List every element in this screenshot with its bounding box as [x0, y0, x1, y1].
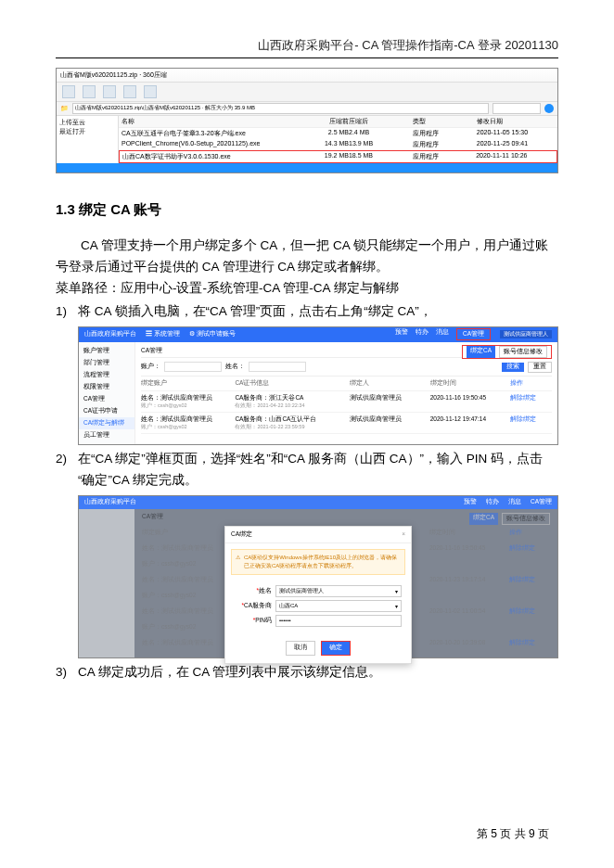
sidebar-item[interactable]: 部门管理	[79, 357, 134, 369]
path-field[interactable]: 山西省M版v620201125.zip\山西省M版v620201125 · 解压…	[72, 103, 489, 114]
step-text: 在“CA 绑定”弹框页面，选择“姓名”和“CA 服务商（山西 CA）”，输入 P…	[78, 449, 558, 491]
file-name: CA互联互通平台电子签章3.3-20客户端.exe	[122, 129, 292, 138]
cell: 2020-11-16 19:50:45	[430, 394, 506, 409]
file-type: 应用程序	[413, 140, 477, 149]
file-date: 2020-11-11 10:26	[476, 152, 554, 161]
file-size: 2.5 MB	[292, 129, 349, 138]
warning-text: CA驱动仅支持Windows操作系统IE10及以上的浏览器，请确保已正确安装CA…	[244, 554, 401, 570]
nav-link[interactable]: 预警	[395, 328, 408, 340]
top-menu[interactable]: ☰ 系统管理	[146, 330, 180, 338]
cell-sub: 有效期：2021-01-22 23:59:59	[235, 424, 346, 430]
step-text: 将 CA 锁插入电脑，在“CA 管理”页面，点击右上角“绑定 CA”，	[78, 301, 558, 323]
table-row: 姓名：测试供应商管理员账户：cssh@gys02 CA服务商：山西CA互认平台有…	[141, 413, 552, 434]
sidebar-recent[interactable]: 最近打开	[59, 127, 115, 136]
status-bar	[57, 163, 557, 172]
pin-input[interactable]: ••••••	[275, 615, 402, 627]
cloud-upload-icon[interactable]	[544, 104, 554, 113]
screenshot-file-explorer: 山西省M版v620201125.zip · 360压缩 📁 山西省M版v6202…	[56, 68, 558, 173]
file-row[interactable]: POPClient_Chrome(V6.0-Setup_20201125).ex…	[119, 139, 557, 150]
nav-link[interactable]: 特办	[416, 328, 429, 340]
nav-link-ca[interactable]: CA管理	[456, 328, 491, 340]
warning-banner: ⚠ CA驱动仅支持Windows操作系统IE10及以上的浏览器，请确保已正确安装…	[231, 549, 405, 575]
cell: CA服务商：浙江天谷CA	[235, 394, 346, 402]
field-label: PIN码	[255, 617, 272, 623]
filter-bar: 账户： 姓名： 搜索 重置	[141, 359, 552, 377]
bind-ca-button[interactable]: 绑定CA	[467, 346, 495, 358]
app-topbar: 山西政府采购平台 预警 特办 消息 CA管理	[79, 496, 557, 509]
brand: 山西政府采购平台	[84, 498, 136, 506]
file-size2: 2.4 MB	[349, 129, 413, 138]
sidebar-item-active[interactable]: CA绑定与解绑	[79, 417, 134, 429]
cancel-button[interactable]: 取消	[286, 641, 315, 656]
sidebar-upload[interactable]: 上传至云	[59, 118, 115, 127]
bind-ca-button: 绑定CA	[469, 513, 498, 525]
doc-header: 山西政府采购平台- CA 管理操作指南-CA 登录 20201130	[56, 37, 558, 58]
toolbar-icon	[103, 85, 116, 98]
folder-icon: 📁	[60, 105, 69, 112]
toolbar-icon	[144, 85, 157, 98]
ca-bind-modal: CA绑定 × ⚠ CA驱动仅支持Windows操作系统IE10及以上的浏览器，请…	[224, 526, 412, 664]
nav-link[interactable]: 消息	[508, 498, 521, 506]
file-size2: 13.9 MB	[349, 140, 413, 149]
unbind-link[interactable]: 解除绑定	[510, 415, 552, 430]
page-number: 第 5 页 共 9 页	[477, 826, 549, 842]
sidebar-item[interactable]: CA管理	[79, 393, 134, 405]
file-type: 应用程序	[413, 129, 477, 138]
account-edit-button[interactable]: 账号信息修改	[499, 346, 547, 358]
search-field[interactable]	[492, 103, 541, 114]
section-heading: 1.3 绑定 CA 账号	[56, 201, 558, 219]
cell: 姓名：测试供应商管理员	[141, 394, 231, 402]
file-row[interactable]: CA互联互通平台电子签章3.3-20客户端.exe 2.5 MB 2.4 MB …	[119, 128, 557, 139]
window-title: 山西省M版v620201125.zip · 360压缩	[57, 69, 557, 83]
file-type: 应用程序	[413, 152, 477, 161]
file-size: 14.3 MB	[292, 140, 349, 149]
close-icon[interactable]: ×	[402, 530, 405, 539]
name-select[interactable]: 测试供应商管理人▾	[275, 585, 402, 597]
cell-sub: 账户：cssh@gys02	[141, 424, 231, 430]
nav-link[interactable]: CA管理	[531, 498, 552, 506]
sidebar-item[interactable]: 账户管理	[79, 345, 134, 357]
step-number: 1)	[56, 301, 78, 323]
account-edit-button: 账号信息修改	[502, 513, 550, 525]
sidebar-item[interactable]: CA证书申请	[79, 405, 134, 417]
paragraph: CA 管理支持一个用户绑定多个 CA，但一把 CA 锁只能绑定一个用户，用户通过…	[56, 236, 558, 278]
name-input[interactable]	[249, 362, 306, 372]
file-row-highlighted[interactable]: 山西CA数字证书助手V3.0.6.1530.exe 19.2 MB 18.5 M…	[119, 150, 557, 163]
nav-link[interactable]: 消息	[436, 328, 449, 340]
file-size2: 18.5 MB	[349, 152, 413, 161]
col-type: 类型	[413, 117, 477, 126]
search-button[interactable]: 搜索	[502, 363, 524, 372]
table-header: 名称 压缩前 压缩后 类型 修改日期	[119, 116, 557, 128]
cell-sub: 有效期：2021-04-22 10:22:34	[235, 402, 346, 409]
th: 绑定时间	[430, 379, 506, 388]
sidebar-item[interactable]: 员工管理	[79, 429, 134, 441]
sidebar-item[interactable]: 权限管理	[79, 381, 134, 393]
th: CA证书信息	[235, 379, 346, 388]
warning-icon: ⚠	[236, 554, 240, 570]
provider-select[interactable]: 山西CA▾	[275, 600, 402, 612]
screenshot-ca-manage: 山西政府采购平台 ☰ 系统管理 ⚙ 测试申请账号 预警 特办 消息 CA管理 测…	[78, 326, 558, 445]
unbind-link[interactable]: 解除绑定	[510, 394, 552, 409]
file-date: 2020-11-25 09:41	[477, 140, 555, 149]
account-input[interactable]	[164, 362, 222, 372]
paragraph: 菜单路径：应用中心-设置-系统管理-CA 管理-CA 绑定与解绑	[56, 278, 558, 300]
th: 操作	[510, 379, 552, 388]
th: 绑定账户	[141, 379, 231, 388]
toolbar-icon	[62, 85, 75, 98]
toolbar-icon	[83, 85, 96, 98]
confirm-button[interactable]: 确定	[321, 641, 351, 656]
reset-button[interactable]: 重置	[528, 362, 552, 373]
nav-link[interactable]: 特办	[486, 498, 499, 506]
screenshot-ca-bind-modal: 山西政府采购平台 预警 特办 消息 CA管理 CA管理 绑定CA 账号信息修改 …	[78, 495, 558, 658]
field-label: CA服务商	[244, 602, 272, 608]
nav-link[interactable]: 预警	[464, 498, 477, 506]
table-header: 绑定账户 CA证书信息 绑定人 绑定时间 操作	[141, 377, 552, 391]
user-badge[interactable]: 测试供应商管理人	[500, 330, 552, 338]
modal-form: *姓名 测试供应商管理人▾ *CA服务商 山西CA▾ *PIN码 ••••••	[225, 581, 411, 635]
cell: CA服务商：山西CA互认平台	[235, 415, 346, 424]
sidebar-item[interactable]: 流程管理	[79, 369, 134, 381]
top-menu[interactable]: ⚙ 测试申请账号	[189, 330, 236, 338]
step-text: CA 绑定成功后，在 CA 管理列表中展示该绑定信息。	[78, 662, 558, 683]
th: 绑定人	[350, 379, 426, 388]
sidebar: 账户管理 部门管理 流程管理 权限管理 CA管理 CA证书申请 CA绑定与解绑 …	[79, 342, 135, 444]
